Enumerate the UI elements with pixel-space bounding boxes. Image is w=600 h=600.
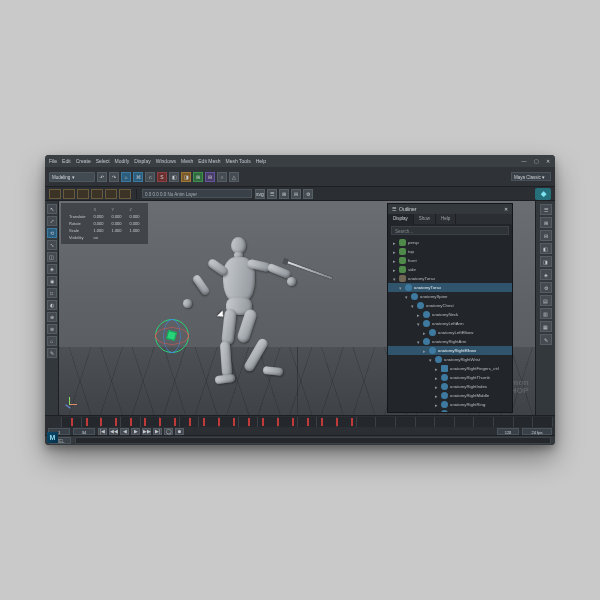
outliner-node[interactable]: ▸anatomyRightFingers_ctrl: [388, 364, 512, 373]
keyframe-marker[interactable]: [277, 418, 279, 426]
tool-button-7[interactable]: □: [47, 288, 57, 298]
menu-file[interactable]: File: [49, 158, 57, 164]
sidebar-button-1[interactable]: ⊞: [540, 217, 552, 228]
statusline-button-2[interactable]: ⊞: [279, 189, 289, 199]
collapse-icon[interactable]: ▾: [409, 303, 415, 309]
step-fwd-button[interactable]: ▶▶: [142, 428, 151, 435]
sidebar-button-2[interactable]: ⊟: [540, 230, 552, 241]
outliner-node[interactable]: ▾anatomyRightWrist: [388, 355, 512, 364]
pane-layout-button-5[interactable]: [119, 189, 131, 199]
outliner-node[interactable]: ▸anatomyLeftElbow: [388, 328, 512, 337]
keyframe-marker[interactable]: [292, 418, 294, 426]
collapse-icon[interactable]: ▾: [415, 321, 421, 327]
outliner-node[interactable]: ▾anatomyTorso: [388, 274, 512, 283]
tool-button-4[interactable]: ◫: [47, 252, 57, 262]
outliner-node[interactable]: ▸anatomyRightThumb: [388, 373, 512, 382]
outliner-tab-help[interactable]: Help: [436, 214, 456, 224]
outliner-node[interactable]: ▸front: [388, 256, 512, 265]
shelf-button-11[interactable]: △: [229, 172, 239, 182]
keyframe-marker[interactable]: [144, 418, 146, 426]
tool-button-3[interactable]: ⤡: [47, 240, 57, 250]
menu-create[interactable]: Create: [76, 158, 91, 164]
outliner-node[interactable]: ▾anatomyLeftArm: [388, 319, 512, 328]
shelf-button-0[interactable]: ↶: [97, 172, 107, 182]
outliner-node[interactable]: ▸anatomyNeck: [388, 310, 512, 319]
outliner-tab-display[interactable]: Display: [388, 214, 414, 224]
expand-icon[interactable]: ▸: [391, 249, 397, 255]
shelf-button-10[interactable]: ○: [217, 172, 227, 182]
expand-icon[interactable]: ▸: [415, 312, 421, 318]
pane-layout-button-1[interactable]: [63, 189, 75, 199]
tool-button-5[interactable]: ◈: [47, 264, 57, 274]
shelf-button-8[interactable]: ⊞: [193, 172, 203, 182]
sidebar-button-8[interactable]: ▥: [540, 308, 552, 319]
menu-editmesh[interactable]: Edit Mesh: [198, 158, 220, 164]
keyframe-marker[interactable]: [336, 418, 338, 426]
sidebar-button-10[interactable]: ✎: [540, 334, 552, 345]
loop-button[interactable]: ◯: [164, 428, 173, 435]
tool-button-9[interactable]: ⊕: [47, 312, 57, 322]
sidebar-button-0[interactable]: ☰: [540, 204, 552, 215]
outliner-node[interactable]: ▸anatomyRightIndex: [388, 382, 512, 391]
play-forward-button[interactable]: ▶: [131, 428, 140, 435]
menu-display[interactable]: Display: [134, 158, 150, 164]
menu-mesh[interactable]: Mesh: [181, 158, 193, 164]
keyframe-marker[interactable]: [71, 418, 73, 426]
go-start-button[interactable]: |◀: [98, 428, 107, 435]
collapse-icon[interactable]: ▾: [427, 357, 433, 363]
statusline-button-3[interactable]: ⊟: [291, 189, 301, 199]
shelf-button-5[interactable]: S: [157, 172, 167, 182]
outliner-node[interactable]: ▸side: [388, 265, 512, 274]
window-close-button[interactable]: ✕: [545, 158, 551, 164]
window-maximize-button[interactable]: ▢: [533, 158, 539, 164]
command-input[interactable]: [75, 437, 551, 444]
shelf-button-9[interactable]: ⊟: [205, 172, 215, 182]
tool-button-1[interactable]: ⤢: [47, 216, 57, 226]
play-back-button[interactable]: ◀: [120, 428, 129, 435]
pane-layout-button-4[interactable]: [105, 189, 117, 199]
outliner-node[interactable]: ▾anatomyRightArm: [388, 337, 512, 346]
outliner-node[interactable]: ▸persp: [388, 238, 512, 247]
workspace-selector[interactable]: Maya Classic ▾: [511, 172, 551, 181]
timeline-track[interactable]: [61, 417, 552, 427]
pane-layout-button-2[interactable]: [77, 189, 89, 199]
tool-button-11[interactable]: ⌂: [47, 336, 57, 346]
outliner-node[interactable]: ▸anatomyRightMiddle: [388, 391, 512, 400]
collapse-icon[interactable]: ▾: [415, 339, 421, 345]
expand-icon[interactable]: ▸: [433, 384, 439, 390]
shelf-button-1[interactable]: ↷: [109, 172, 119, 182]
keyframe-marker[interactable]: [86, 418, 88, 426]
expand-icon[interactable]: ▸: [391, 267, 397, 273]
expand-icon[interactable]: ▸: [433, 411, 439, 413]
expand-icon[interactable]: ▸: [433, 393, 439, 399]
keyframe-marker[interactable]: [115, 418, 117, 426]
menu-edit[interactable]: Edit: [62, 158, 71, 164]
tool-button-2[interactable]: ⟲: [47, 228, 57, 238]
expand-icon[interactable]: ▸: [433, 375, 439, 381]
expand-icon[interactable]: ▸: [433, 366, 439, 372]
rotate-manipulator[interactable]: [155, 319, 189, 353]
outliner-node[interactable]: ▸anatomyRightRing: [388, 400, 512, 409]
keyframe-marker[interactable]: [100, 418, 102, 426]
outliner-node[interactable]: ▾anatomyChest: [388, 301, 512, 310]
current-frame-field[interactable]: 34: [73, 428, 95, 435]
outliner-search-input[interactable]: Search...: [391, 226, 509, 235]
menu-meshtools[interactable]: Mesh Tools: [226, 158, 251, 164]
module-selector[interactable]: Modeling ▾: [49, 172, 95, 182]
menu-select[interactable]: Select: [96, 158, 110, 164]
menu-help[interactable]: Help: [256, 158, 266, 164]
shelf-button-2[interactable]: ⌂: [121, 172, 131, 182]
sidebar-button-3[interactable]: ◧: [540, 243, 552, 254]
keyframe-marker[interactable]: [174, 418, 176, 426]
menu-windows[interactable]: Windows: [156, 158, 176, 164]
outliner-node[interactable]: ▾anatomySpine: [388, 292, 512, 301]
collapse-icon[interactable]: ▾: [397, 285, 403, 291]
character-mesh[interactable]: [189, 237, 309, 407]
tool-button-10[interactable]: ⊗: [47, 324, 57, 334]
expand-icon[interactable]: ▸: [421, 330, 427, 336]
record-button[interactable]: ⏺: [175, 428, 184, 435]
expand-icon[interactable]: ▸: [391, 258, 397, 264]
keyframe-marker[interactable]: [203, 418, 205, 426]
keyframe-marker[interactable]: [351, 418, 353, 426]
outliner-node[interactable]: ▸anatomyRightElbow: [388, 346, 512, 355]
